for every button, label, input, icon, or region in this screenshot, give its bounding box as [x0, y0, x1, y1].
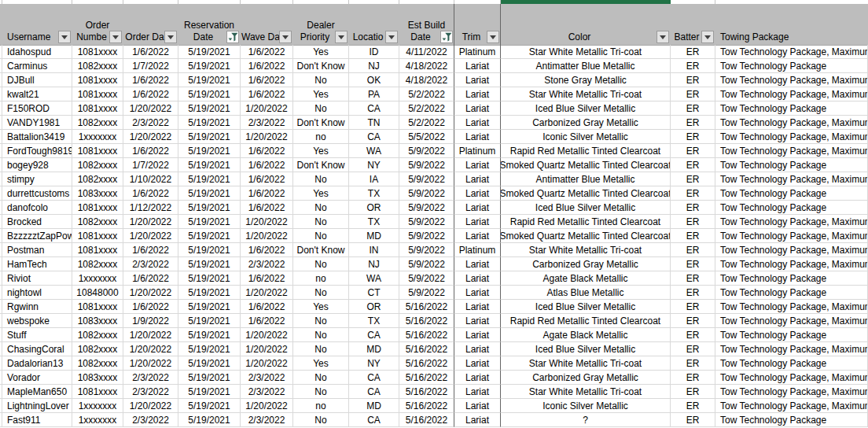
cell-est_build_date[interactable]: 5/9/2022: [399, 286, 454, 300]
cell-wave_date[interactable]: 1/6/2022: [241, 59, 293, 73]
cell-towing[interactable]: Tow Technology Package, Maximum: [715, 116, 868, 130]
cell-order_date[interactable]: 2/3/2022: [123, 371, 178, 385]
cell-order_number[interactable]: 1083xxxx: [72, 371, 123, 385]
cell-est_build_date[interactable]: 5/16/2022: [399, 314, 454, 328]
cell-color[interactable]: ?: [501, 413, 671, 427]
column-header-color[interactable]: Color: [501, 4, 671, 45]
cell-location[interactable]: NY: [349, 356, 399, 371]
cell-dealer_priority[interactable]: Yes: [293, 356, 349, 371]
cell-reservation_date[interactable]: 5/19/2021: [178, 356, 241, 371]
cell-dealer_priority[interactable]: Yes: [293, 144, 349, 158]
filter-button-est_build_date[interactable]: [440, 31, 453, 43]
cell-trim[interactable]: Lariat: [454, 314, 501, 328]
cell-trim[interactable]: Lariat: [454, 116, 501, 130]
cell-towing[interactable]: Tow Technology Package, Maximum: [715, 172, 868, 186]
cell-wave_date[interactable]: 1/6/2022: [241, 158, 293, 172]
cell-order_number[interactable]: 1xxxxxxx: [72, 399, 123, 413]
cell-trim[interactable]: Lariat: [454, 342, 501, 356]
cell-est_build_date[interactable]: 5/16/2022: [399, 328, 454, 342]
cell-trim[interactable]: Lariat: [454, 385, 501, 399]
cell-trim[interactable]: Lariat: [454, 371, 501, 385]
cell-wave_date[interactable]: 1/20/2022: [241, 399, 293, 413]
cell-order_number[interactable]: 1081xxxx: [72, 73, 123, 87]
cell-color[interactable]: Antimatter Blue Metallic: [501, 172, 671, 186]
cell-reservation_date[interactable]: 5/19/2021: [178, 144, 241, 158]
cell-battery[interactable]: ER: [671, 116, 715, 130]
cell-order_number[interactable]: 1081xxxx: [72, 101, 123, 116]
cell-color[interactable]: Rapid Red Metallic Tinted Clearcoat: [501, 144, 671, 158]
cell-est_build_date[interactable]: 5/9/2022: [399, 158, 454, 172]
cell-username[interactable]: DJBull: [2, 73, 72, 87]
cell-order_date[interactable]: 2/3/2022: [123, 385, 178, 399]
cell-est_build_date[interactable]: 5/9/2022: [399, 271, 454, 286]
cell-order_date[interactable]: 1/20/2022: [123, 356, 178, 371]
cell-towing[interactable]: Tow Technology Package: [715, 356, 868, 371]
cell-username[interactable]: BzzzzztZapPow: [2, 229, 72, 243]
cell-est_build_date[interactable]: 5/16/2022: [399, 300, 454, 314]
cell-color[interactable]: Rapid Red Metallic Tinted Clearcoat: [501, 314, 671, 328]
cell-username[interactable]: webspoke: [2, 314, 72, 328]
cell-location[interactable]: NJ: [349, 257, 399, 271]
cell-dealer_priority[interactable]: No: [293, 101, 349, 116]
cell-username[interactable]: Fast911: [2, 413, 72, 427]
cell-reservation_date[interactable]: 5/19/2021: [178, 328, 241, 342]
cell-dealer_priority[interactable]: no: [293, 399, 349, 413]
column-header-order_date[interactable]: Order Da: [123, 4, 178, 45]
cell-location[interactable]: TX: [349, 215, 399, 229]
cell-dealer_priority[interactable]: No: [293, 215, 349, 229]
cell-towing[interactable]: Tow Technology Package, Maximum: [715, 215, 868, 229]
cell-dealer_priority[interactable]: No: [293, 342, 349, 356]
cell-battery[interactable]: ER: [671, 229, 715, 243]
cell-order_date[interactable]: 1/6/2022: [123, 186, 178, 201]
cell-order_date[interactable]: 2/3/2022: [123, 257, 178, 271]
cell-username[interactable]: Brocked: [2, 215, 72, 229]
cell-est_build_date[interactable]: 5/9/2022: [399, 186, 454, 201]
cell-dealer_priority[interactable]: No: [293, 201, 349, 215]
cell-dealer_priority[interactable]: no: [293, 271, 349, 286]
cell-towing[interactable]: Tow Technology Package, Maximum: [715, 144, 868, 158]
cell-location[interactable]: CA: [349, 371, 399, 385]
cell-reservation_date[interactable]: 5/19/2021: [178, 186, 241, 201]
cell-location[interactable]: TX: [349, 314, 399, 328]
cell-username[interactable]: HamTech: [2, 257, 72, 271]
cell-wave_date[interactable]: 1/6/2022: [241, 300, 293, 314]
cell-wave_date[interactable]: 1/20/2022: [241, 356, 293, 371]
cell-trim[interactable]: Lariat: [454, 158, 501, 172]
cell-reservation_date[interactable]: 5/19/2021: [178, 215, 241, 229]
cell-order_number[interactable]: 1082xxxx: [72, 116, 123, 130]
filter-button-username[interactable]: [58, 31, 71, 43]
cell-location[interactable]: TX: [349, 186, 399, 201]
cell-order_date[interactable]: 2/3/2022: [123, 413, 178, 427]
filter-button-trim[interactable]: [487, 31, 499, 43]
cell-color[interactable]: Iconic Silver Metallic: [501, 130, 671, 144]
cell-reservation_date[interactable]: 5/19/2021: [178, 59, 241, 73]
cell-username[interactable]: danofcolo: [2, 201, 72, 215]
cell-username[interactable]: ChasingCoral: [2, 342, 72, 356]
cell-wave_date[interactable]: 1/6/2022: [241, 243, 293, 257]
cell-battery[interactable]: ER: [671, 172, 715, 186]
cell-color[interactable]: Star White Metallic Tri-coat: [501, 385, 671, 399]
cell-reservation_date[interactable]: 5/19/2021: [178, 130, 241, 144]
cell-towing[interactable]: Tow Technology Package: [715, 413, 868, 427]
cell-dealer_priority[interactable]: Yes: [293, 87, 349, 101]
cell-order_number[interactable]: 1082xxxx: [72, 328, 123, 342]
cell-battery[interactable]: ER: [671, 158, 715, 172]
cell-color[interactable]: Antimatter Blue Metallic: [501, 59, 671, 73]
cell-battery[interactable]: ER: [671, 101, 715, 116]
cell-wave_date[interactable]: 1/6/2022: [241, 172, 293, 186]
cell-wave_date[interactable]: 1/6/2022: [241, 144, 293, 158]
cell-location[interactable]: IN: [349, 243, 399, 257]
cell-wave_date[interactable]: 2/3/2022: [241, 257, 293, 271]
cell-dealer_priority[interactable]: Don't Know: [293, 158, 349, 172]
column-header-dealer_priority[interactable]: DealerPriority: [293, 4, 349, 45]
cell-order_date[interactable]: 1/20/2022: [123, 342, 178, 356]
cell-order_number[interactable]: 1082xxxx: [72, 342, 123, 356]
cell-trim[interactable]: Lariat: [454, 399, 501, 413]
cell-wave_date[interactable]: 2/3/2022: [241, 385, 293, 399]
cell-trim[interactable]: Platinum: [454, 243, 501, 257]
cell-order_date[interactable]: 1/9/2022: [123, 314, 178, 328]
cell-est_build_date[interactable]: 5/5/2022: [399, 130, 454, 144]
cell-order_date[interactable]: 1/12/2022: [123, 201, 178, 215]
cell-location[interactable]: TN: [349, 116, 399, 130]
cell-est_build_date[interactable]: 4/11/2022: [399, 45, 454, 59]
